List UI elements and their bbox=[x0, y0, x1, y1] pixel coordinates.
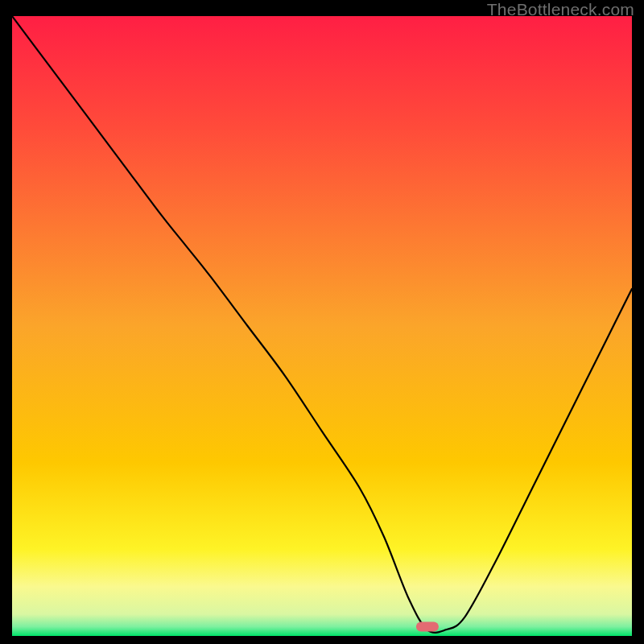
gradient-background bbox=[12, 16, 632, 636]
bottleneck-chart bbox=[12, 16, 632, 636]
optimal-marker bbox=[416, 621, 439, 631]
chart-frame bbox=[12, 16, 632, 636]
